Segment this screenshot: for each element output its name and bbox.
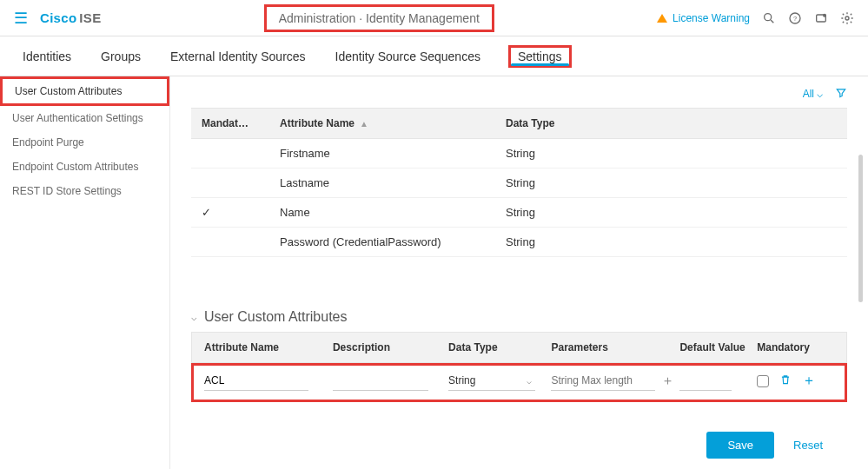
section-title: User Custom Attributes [204, 309, 348, 325]
sidebar-item-user-custom-attributes[interactable]: User Custom Attributes [3, 79, 167, 103]
col-attribute-name[interactable]: Attribute Name▲ [269, 109, 495, 139]
table-row[interactable]: ✓NameString [191, 198, 847, 228]
chevron-down-icon: ⌵ [527, 376, 532, 386]
sidebar-item-endpoint-custom-attributes[interactable]: Endpoint Custom Attributes [0, 155, 169, 179]
col-attribute-name-label: Attribute Name [280, 117, 354, 129]
tab-groups[interactable]: Groups [99, 36, 142, 76]
action-buttons: Save Reset [191, 432, 847, 459]
save-button[interactable]: Save [706, 432, 774, 459]
type-cell: String [495, 168, 847, 198]
filter-all-label: All [803, 88, 814, 100]
menu-icon[interactable]: ☰ [14, 9, 28, 28]
notes-icon[interactable] [814, 11, 828, 25]
brand-logo: CiscoISE [40, 10, 101, 25]
sort-asc-icon: ▲ [360, 119, 368, 129]
mandatory-cell [191, 228, 269, 257]
uca-col-param: Parameters [551, 341, 679, 353]
table-row[interactable]: FirstnameString [191, 139, 847, 168]
tab-identities[interactable]: Identities [21, 36, 73, 76]
svg-point-6 [845, 17, 849, 20]
attr-cell: Lastname [269, 168, 495, 198]
top-bar: ☰ CiscoISE Administration · Identity Man… [0, 0, 868, 36]
breadcrumb: Administration · Identity Management [279, 11, 480, 25]
svg-point-5 [823, 13, 826, 17]
uca-col-def: Default Value [679, 341, 757, 353]
table-row[interactable]: LastnameString [191, 168, 847, 198]
filter-icon[interactable] [835, 87, 847, 102]
warning-icon [657, 14, 667, 23]
sidebar-item-rest-id-store[interactable]: REST ID Store Settings [0, 179, 169, 203]
license-text: License Warning [673, 12, 750, 24]
sidebar-highlight: User Custom Attributes [0, 76, 169, 106]
top-right-tools: License Warning ? [657, 11, 854, 25]
uca-col-attr: Attribute Name [204, 341, 333, 353]
help-icon[interactable]: ? [788, 11, 802, 25]
type-cell: String [495, 228, 847, 257]
parameters-input[interactable] [551, 371, 655, 391]
predefined-attr-table: Mandat… Attribute Name▲ Data Type Firstn… [191, 108, 847, 257]
scrollbar[interactable] [858, 155, 863, 302]
breadcrumb-wrap: Administration · Identity Management [101, 4, 657, 32]
license-warning[interactable]: License Warning [657, 12, 750, 24]
main-panel: All⌵ Mandat… Attribute Name▲ Data Type F… [170, 76, 868, 469]
sidebar-item-endpoint-purge[interactable]: Endpoint Purge [0, 130, 169, 155]
table-row[interactable]: Password (CredentialPassword)String [191, 228, 847, 257]
data-type-select[interactable]: String ⌵ [448, 371, 535, 391]
nav-tabs: Identities Groups External Identity Sour… [0, 36, 868, 76]
chevron-down-icon: ⌵ [817, 88, 823, 100]
chevron-down-icon: ⌵ [191, 312, 197, 323]
check-icon: ✓ [191, 198, 269, 228]
breadcrumb-highlight: Administration · Identity Management [264, 4, 494, 32]
tab-active-indicator [511, 63, 569, 66]
delete-icon[interactable] [779, 373, 792, 388]
uca-column-header: Attribute Name Description Data Type Par… [191, 332, 847, 363]
type-cell: String [495, 198, 847, 228]
data-type-value: String [448, 374, 475, 386]
gear-icon[interactable] [840, 11, 854, 25]
svg-line-1 [771, 20, 773, 23]
tab-settings-label: Settings [518, 50, 562, 63]
brand-ise: ISE [79, 10, 101, 25]
description-input[interactable] [333, 371, 428, 391]
attr-cell: Name [269, 198, 495, 228]
filter-bar: All⌵ [191, 83, 847, 104]
sidebar-item-user-auth-settings[interactable]: User Authentication Settings [0, 106, 169, 130]
default-value-input[interactable] [679, 371, 732, 391]
add-parameter-icon[interactable]: ＋ [659, 373, 676, 389]
uca-col-mand: Mandatory [757, 341, 834, 353]
brand-cisco: Cisco [40, 10, 76, 25]
mandatory-checkbox[interactable] [757, 375, 769, 387]
uca-row-highlight: String ⌵ ＋ ＋ [191, 363, 847, 402]
tab-external-identity-sources[interactable]: External Identity Sources [169, 36, 308, 76]
mandatory-cell [191, 168, 269, 198]
uca-col-dt: Data Type [448, 341, 551, 353]
attr-cell: Firstname [269, 139, 495, 168]
tab-identity-source-sequences[interactable]: Identity Source Sequences [334, 36, 482, 76]
type-cell: String [495, 139, 847, 168]
svg-point-0 [765, 13, 772, 20]
filter-all[interactable]: All⌵ [803, 88, 823, 100]
add-row-icon[interactable]: ＋ [802, 372, 816, 390]
tab-settings[interactable]: Settings [508, 45, 572, 68]
attr-cell: Password (CredentialPassword) [269, 228, 495, 257]
search-icon[interactable] [762, 11, 776, 25]
attribute-name-input[interactable] [204, 371, 308, 391]
col-mandatory[interactable]: Mandat… [191, 109, 269, 139]
uca-section-header[interactable]: ⌵ User Custom Attributes [191, 309, 847, 325]
col-data-type[interactable]: Data Type [495, 109, 847, 139]
mandatory-cell [191, 139, 269, 168]
reset-button[interactable]: Reset [793, 439, 823, 452]
svg-text:?: ? [793, 14, 797, 22]
settings-sidebar: User Custom Attributes User Authenticati… [0, 76, 170, 469]
uca-col-desc: Description [333, 341, 448, 353]
